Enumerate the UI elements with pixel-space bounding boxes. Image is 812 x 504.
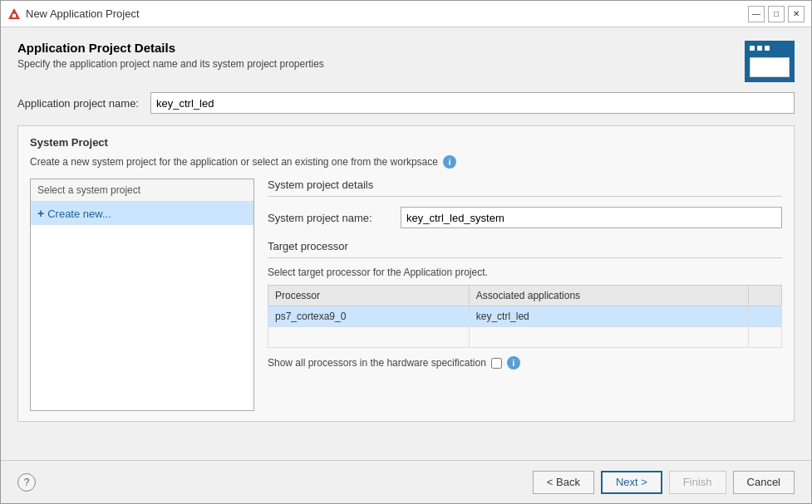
svg-rect-2 — [12, 14, 16, 17]
app-logo-icon — [7, 7, 21, 21]
footer-left: ? — [17, 473, 36, 492]
page-header: Application Project Details Specify the … — [17, 41, 795, 82]
page-subtitle: Specify the application project name and… — [17, 58, 324, 70]
help-button[interactable]: ? — [17, 473, 36, 492]
dot3 — [765, 46, 770, 51]
table-row[interactable]: ps7_cortexa9_0 key_ctrl_led — [268, 306, 782, 327]
app-project-name-input[interactable] — [150, 92, 795, 114]
show-all-info-icon: i — [507, 356, 520, 369]
col-processor: Processor — [268, 286, 470, 306]
processor-table-header-row: Processor Associated applications — [268, 286, 782, 306]
title-bar-controls: — □ ✕ — [748, 6, 805, 22]
system-project-name-label: System project name: — [268, 212, 401, 224]
footer-buttons: < Back Next > Finish Cancel — [533, 471, 795, 494]
list-header: Select a system project — [31, 179, 253, 202]
finish-button[interactable]: Finish — [669, 471, 726, 494]
system-project-desc-text: Create a new system project for the appl… — [30, 156, 438, 168]
show-all-row: Show all processors in the hardware spec… — [268, 356, 782, 369]
wizard-icon-dots — [750, 46, 770, 51]
cell-empty3 — [748, 327, 781, 348]
next-button[interactable]: Next > — [601, 471, 662, 494]
title-bar-left: New Application Project — [7, 7, 140, 21]
target-processor-desc: Select target processor for the Applicat… — [268, 267, 782, 278]
create-new-label: Create new... — [47, 208, 111, 220]
cancel-button[interactable]: Cancel — [733, 471, 795, 494]
cell-empty2 — [469, 327, 748, 348]
app-project-name-row: Application project name: — [17, 92, 795, 114]
col-empty — [748, 286, 781, 306]
cell-empty — [748, 306, 781, 327]
show-all-label: Show all processors in the hardware spec… — [268, 357, 486, 369]
system-project-list: Select a system project + Create new... — [30, 179, 254, 411]
system-project-name-row: System project name: — [268, 207, 782, 228]
details-title: System project details — [268, 179, 782, 191]
create-new-item[interactable]: + Create new... — [31, 202, 253, 225]
table-row-empty — [268, 327, 782, 348]
page-title: Application Project Details — [17, 41, 324, 55]
processor-table-head: Processor Associated applications — [268, 286, 782, 306]
wizard-screen — [750, 57, 790, 77]
target-processor-section: Target processor Select target processor… — [268, 240, 782, 369]
cell-processor: ps7_cortexa9_0 — [268, 306, 470, 327]
target-processor-title: Target processor — [268, 240, 782, 252]
system-project-name-input[interactable] — [401, 207, 782, 228]
cell-empty1 — [268, 327, 470, 348]
system-project-section: System Project Create a new system proje… — [17, 125, 795, 422]
info-icon: i — [443, 155, 456, 169]
main-window: New Application Project — □ ✕ Applicatio… — [0, 0, 812, 504]
processor-table: Processor Associated applications ps7_co… — [268, 285, 782, 348]
target-processor-divider — [268, 257, 782, 258]
title-bar: New Application Project — □ ✕ — [1, 1, 811, 27]
show-all-checkbox[interactable] — [491, 358, 502, 369]
plus-icon: + — [37, 207, 44, 220]
page-header-text: Application Project Details Specify the … — [17, 41, 324, 70]
details-divider — [268, 196, 782, 197]
wizard-icon — [745, 41, 795, 82]
close-button[interactable]: ✕ — [788, 6, 805, 22]
app-project-name-label: Application project name: — [17, 97, 150, 110]
window-title: New Application Project — [26, 7, 140, 20]
system-project-layout: Select a system project + Create new... … — [30, 179, 782, 411]
minimize-button[interactable]: — — [748, 6, 765, 22]
system-project-details: System project details System project na… — [268, 179, 782, 411]
maximize-button[interactable]: □ — [768, 6, 785, 22]
system-project-title: System Project — [30, 136, 782, 149]
system-project-desc: Create a new system project for the appl… — [30, 155, 782, 169]
col-associated: Associated applications — [469, 286, 748, 306]
content-area: Application Project Details Specify the … — [1, 27, 811, 460]
cell-associated: key_ctrl_led — [469, 306, 748, 327]
back-button[interactable]: < Back — [533, 471, 594, 494]
footer: ? < Back Next > Finish Cancel — [1, 460, 811, 503]
processor-table-body: ps7_cortexa9_0 key_ctrl_led — [268, 306, 782, 348]
dot2 — [757, 46, 762, 51]
dot1 — [750, 46, 755, 51]
